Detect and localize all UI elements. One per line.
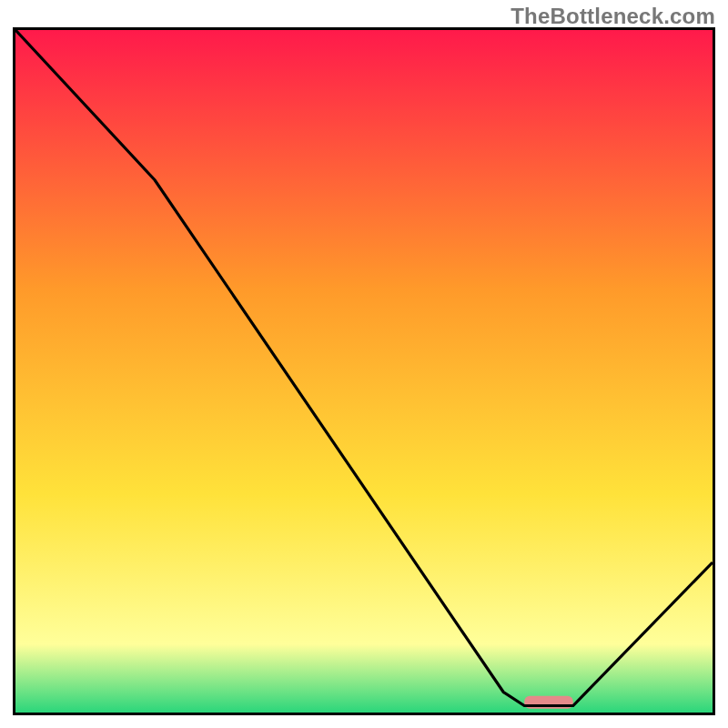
chart-background (15, 30, 713, 713)
chart-svg (15, 30, 713, 713)
watermark-text: TheBottleneck.com (511, 4, 715, 29)
chart-area (13, 27, 715, 715)
